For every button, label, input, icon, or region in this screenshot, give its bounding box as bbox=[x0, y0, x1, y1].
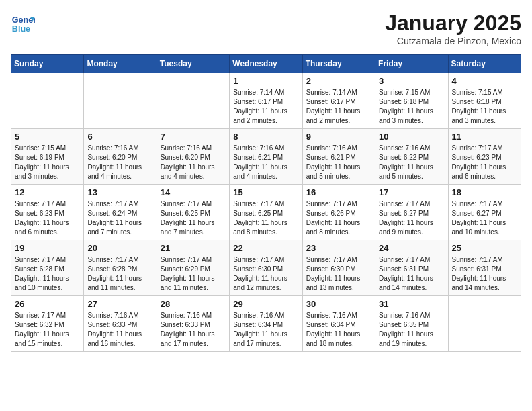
day-info: Sunrise: 7:17 AM Sunset: 6:28 PM Dayligh… bbox=[15, 255, 80, 293]
day-number: 30 bbox=[306, 299, 371, 309]
day-number: 7 bbox=[161, 132, 226, 142]
day-number: 20 bbox=[87, 243, 152, 253]
day-number: 8 bbox=[233, 132, 298, 142]
day-info: Sunrise: 7:15 AM Sunset: 6:18 PM Dayligh… bbox=[452, 88, 517, 126]
logo-icon: General Blue bbox=[11, 11, 35, 35]
calendar-cell bbox=[84, 73, 157, 129]
day-info: Sunrise: 7:17 AM Sunset: 6:28 PM Dayligh… bbox=[87, 255, 152, 293]
day-info: Sunrise: 7:17 AM Sunset: 6:26 PM Dayligh… bbox=[306, 199, 371, 237]
calendar-cell bbox=[448, 296, 521, 352]
calendar-cell: 5Sunrise: 7:15 AM Sunset: 6:19 PM Daylig… bbox=[11, 129, 84, 185]
calendar-cell: 22Sunrise: 7:17 AM Sunset: 6:30 PM Dayli… bbox=[230, 240, 302, 296]
day-number: 16 bbox=[306, 187, 371, 197]
calendar-cell: 24Sunrise: 7:17 AM Sunset: 6:31 PM Dayli… bbox=[375, 240, 448, 296]
day-info: Sunrise: 7:14 AM Sunset: 6:17 PM Dayligh… bbox=[233, 88, 298, 126]
day-info: Sunrise: 7:17 AM Sunset: 6:30 PM Dayligh… bbox=[233, 255, 298, 293]
day-header-thursday: Thursday bbox=[302, 55, 375, 73]
calendar-cell: 1Sunrise: 7:14 AM Sunset: 6:17 PM Daylig… bbox=[230, 73, 302, 129]
calendar-week-4: 19Sunrise: 7:17 AM Sunset: 6:28 PM Dayli… bbox=[11, 240, 521, 296]
calendar-cell: 12Sunrise: 7:17 AM Sunset: 6:23 PM Dayli… bbox=[11, 185, 84, 240]
day-number: 21 bbox=[161, 243, 226, 253]
day-info: Sunrise: 7:14 AM Sunset: 6:17 PM Dayligh… bbox=[306, 88, 371, 126]
calendar-cell: 10Sunrise: 7:16 AM Sunset: 6:22 PM Dayli… bbox=[375, 129, 448, 185]
day-info: Sunrise: 7:17 AM Sunset: 6:27 PM Dayligh… bbox=[379, 199, 444, 237]
day-number: 24 bbox=[379, 243, 444, 253]
logo: General Blue bbox=[11, 11, 35, 35]
svg-text:Blue: Blue bbox=[12, 24, 30, 34]
day-number: 17 bbox=[379, 187, 444, 197]
day-info: Sunrise: 7:17 AM Sunset: 6:25 PM Dayligh… bbox=[161, 199, 226, 237]
day-header-friday: Friday bbox=[375, 55, 448, 73]
calendar-cell: 18Sunrise: 7:17 AM Sunset: 6:27 PM Dayli… bbox=[448, 185, 521, 240]
calendar-cell: 25Sunrise: 7:17 AM Sunset: 6:31 PM Dayli… bbox=[448, 240, 521, 296]
day-info: Sunrise: 7:16 AM Sunset: 6:34 PM Dayligh… bbox=[233, 311, 298, 349]
calendar-cell bbox=[157, 73, 229, 129]
day-number: 23 bbox=[306, 243, 371, 253]
day-info: Sunrise: 7:16 AM Sunset: 6:20 PM Dayligh… bbox=[161, 144, 226, 181]
day-number: 29 bbox=[233, 299, 298, 309]
day-number: 19 bbox=[15, 243, 80, 253]
day-number: 12 bbox=[15, 187, 80, 197]
day-number: 18 bbox=[452, 187, 517, 197]
day-number: 1 bbox=[233, 76, 298, 86]
day-header-monday: Monday bbox=[84, 55, 157, 73]
calendar-cell bbox=[11, 73, 84, 129]
calendar-cell: 27Sunrise: 7:16 AM Sunset: 6:33 PM Dayli… bbox=[84, 296, 157, 352]
calendar-cell: 7Sunrise: 7:16 AM Sunset: 6:20 PM Daylig… bbox=[157, 129, 229, 185]
day-number: 25 bbox=[452, 243, 517, 253]
day-number: 6 bbox=[87, 132, 152, 142]
calendar-cell: 2Sunrise: 7:14 AM Sunset: 6:17 PM Daylig… bbox=[302, 73, 375, 129]
day-info: Sunrise: 7:17 AM Sunset: 6:27 PM Dayligh… bbox=[452, 199, 517, 237]
title-block: January 2025 Cutzamala de Pinzon, Mexico bbox=[385, 11, 521, 46]
day-info: Sunrise: 7:17 AM Sunset: 6:23 PM Dayligh… bbox=[452, 144, 517, 181]
location: Cutzamala de Pinzon, Mexico bbox=[385, 36, 521, 46]
day-info: Sunrise: 7:16 AM Sunset: 6:34 PM Dayligh… bbox=[306, 311, 371, 349]
day-info: Sunrise: 7:17 AM Sunset: 6:30 PM Dayligh… bbox=[306, 255, 371, 293]
day-info: Sunrise: 7:16 AM Sunset: 6:33 PM Dayligh… bbox=[161, 311, 226, 349]
calendar-cell: 23Sunrise: 7:17 AM Sunset: 6:30 PM Dayli… bbox=[302, 240, 375, 296]
day-number: 4 bbox=[452, 76, 517, 86]
calendar-week-1: 1Sunrise: 7:14 AM Sunset: 6:17 PM Daylig… bbox=[11, 73, 521, 129]
calendar-cell: 30Sunrise: 7:16 AM Sunset: 6:34 PM Dayli… bbox=[302, 296, 375, 352]
day-info: Sunrise: 7:17 AM Sunset: 6:25 PM Dayligh… bbox=[233, 199, 298, 237]
day-number: 13 bbox=[87, 187, 152, 197]
calendar-cell: 28Sunrise: 7:16 AM Sunset: 6:33 PM Dayli… bbox=[157, 296, 229, 352]
day-number: 11 bbox=[452, 132, 517, 142]
day-number: 31 bbox=[379, 299, 444, 309]
day-info: Sunrise: 7:16 AM Sunset: 6:22 PM Dayligh… bbox=[379, 144, 444, 181]
calendar-cell: 17Sunrise: 7:17 AM Sunset: 6:27 PM Dayli… bbox=[375, 185, 448, 240]
day-number: 2 bbox=[306, 76, 371, 86]
calendar-cell: 4Sunrise: 7:15 AM Sunset: 6:18 PM Daylig… bbox=[448, 73, 521, 129]
day-header-wednesday: Wednesday bbox=[230, 55, 302, 73]
calendar-cell: 15Sunrise: 7:17 AM Sunset: 6:25 PM Dayli… bbox=[230, 185, 302, 240]
day-info: Sunrise: 7:17 AM Sunset: 6:24 PM Dayligh… bbox=[87, 199, 152, 237]
day-info: Sunrise: 7:16 AM Sunset: 6:21 PM Dayligh… bbox=[233, 144, 298, 181]
calendar-cell: 11Sunrise: 7:17 AM Sunset: 6:23 PM Dayli… bbox=[448, 129, 521, 185]
month-title: January 2025 bbox=[385, 11, 521, 36]
day-info: Sunrise: 7:16 AM Sunset: 6:20 PM Dayligh… bbox=[87, 144, 152, 181]
day-number: 27 bbox=[87, 299, 152, 309]
day-number: 10 bbox=[379, 132, 444, 142]
day-number: 14 bbox=[161, 187, 226, 197]
calendar-cell: 3Sunrise: 7:15 AM Sunset: 6:18 PM Daylig… bbox=[375, 73, 448, 129]
calendar-cell: 21Sunrise: 7:17 AM Sunset: 6:29 PM Dayli… bbox=[157, 240, 229, 296]
day-info: Sunrise: 7:17 AM Sunset: 6:29 PM Dayligh… bbox=[161, 255, 226, 293]
day-info: Sunrise: 7:16 AM Sunset: 6:35 PM Dayligh… bbox=[379, 311, 444, 349]
day-number: 26 bbox=[15, 299, 80, 309]
day-info: Sunrise: 7:15 AM Sunset: 6:19 PM Dayligh… bbox=[15, 144, 80, 181]
calendar-cell: 29Sunrise: 7:16 AM Sunset: 6:34 PM Dayli… bbox=[230, 296, 302, 352]
day-info: Sunrise: 7:17 AM Sunset: 6:31 PM Dayligh… bbox=[452, 255, 517, 293]
day-header-saturday: Saturday bbox=[448, 55, 521, 73]
calendar-cell: 26Sunrise: 7:17 AM Sunset: 6:32 PM Dayli… bbox=[11, 296, 84, 352]
day-info: Sunrise: 7:17 AM Sunset: 6:32 PM Dayligh… bbox=[15, 311, 80, 349]
calendar-cell: 20Sunrise: 7:17 AM Sunset: 6:28 PM Dayli… bbox=[84, 240, 157, 296]
calendar-cell: 19Sunrise: 7:17 AM Sunset: 6:28 PM Dayli… bbox=[11, 240, 84, 296]
calendar-week-5: 26Sunrise: 7:17 AM Sunset: 6:32 PM Dayli… bbox=[11, 296, 521, 352]
calendar-cell: 6Sunrise: 7:16 AM Sunset: 6:20 PM Daylig… bbox=[84, 129, 157, 185]
day-number: 3 bbox=[379, 76, 444, 86]
day-info: Sunrise: 7:17 AM Sunset: 6:23 PM Dayligh… bbox=[15, 199, 80, 237]
day-header-tuesday: Tuesday bbox=[157, 55, 229, 73]
calendar-cell: 14Sunrise: 7:17 AM Sunset: 6:25 PM Dayli… bbox=[157, 185, 229, 240]
calendar-cell: 16Sunrise: 7:17 AM Sunset: 6:26 PM Dayli… bbox=[302, 185, 375, 240]
page-header: General Blue January 2025 Cutzamala de P… bbox=[11, 11, 521, 46]
